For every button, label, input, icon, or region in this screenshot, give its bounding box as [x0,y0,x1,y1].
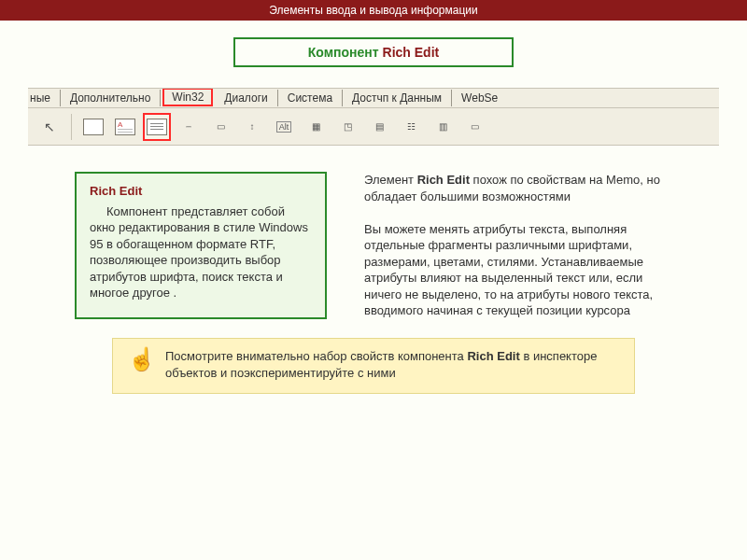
side-p1-name: Rich Edit [417,173,470,187]
palette-listview-icon[interactable]: ▥ [429,113,457,141]
palette-trackbar-icon[interactable]: ⎓ [175,113,203,141]
ide-palette-screenshot: ные Дополнительно Win32 Диалоги Система … [28,88,719,146]
tip-text: Посмотрите внимательно набор свойств ком… [165,348,619,382]
title-name: Rich Edit [383,45,440,60]
title-prefix: Компонент [308,45,383,60]
palette-treeview-icon[interactable]: ☷ [397,113,425,141]
palette-datetime-icon[interactable]: ◳ [333,113,361,141]
palette-animate-icon[interactable]: ▦ [302,113,330,141]
palette-richedit-icon[interactable] [143,113,171,141]
content-columns: Rich Edit Компонент представляет собой о… [75,172,710,319]
tab-dialogs[interactable]: Диалоги [215,90,277,106]
tab-data-access[interactable]: Достчп к Данным [343,90,452,106]
palette-pagecontrol-icon[interactable] [111,113,139,141]
tab-partial[interactable]: ные [28,90,61,106]
tab-system[interactable]: Система [278,90,343,106]
side-p1-a: Элемент [364,173,417,187]
description-box: Rich Edit Компонент представляет собой о… [75,172,327,319]
palette-cursor-icon[interactable]: ↖ [35,113,63,141]
palette-tabs: ные Дополнительно Win32 Диалоги Система … [28,88,719,108]
tab-additional[interactable]: Дополнительно [61,90,161,106]
side-p1: Элемент Rich Edit похож по свойствам на … [364,172,672,204]
tab-win32[interactable]: Win32 [162,88,213,106]
tip-box: ☝ Посмотрите внимательно набор свойств к… [112,338,635,394]
tip-name: Rich Edit [467,349,519,363]
palette-updown-icon[interactable]: ↕ [238,113,266,141]
palette-progressbar-icon[interactable]: ▭ [206,113,234,141]
palette-hotkey-icon[interactable]: Alt [270,113,298,141]
palette-row: ↖ ⎓ ▭ ↕ Alt ▦ ◳ ▤ ☷ ▥ ▭ [28,108,719,146]
pointing-hand-icon: ☝ [128,348,156,371]
tip-a: Посмотрите внимательно набор свойств ком… [165,349,467,363]
description-body: Компонент представляет собой окно редакт… [90,203,312,301]
palette-divider [71,114,72,140]
side-p2: Вы можете менять атрибуты текста, выполн… [364,221,672,319]
palette-tabcontrol-icon[interactable] [79,113,107,141]
palette-header-icon[interactable]: ▭ [460,113,488,141]
tab-webservices[interactable]: WebSe [452,90,507,106]
palette-month-icon[interactable]: ▤ [365,113,393,141]
description-heading: Rich Edit [90,183,312,200]
page-banner: Элементы ввода и вывода информации [0,0,747,21]
side-paragraphs: Элемент Rich Edit похож по свойствам на … [364,172,672,319]
component-title-box: Компонент Rich Edit [233,37,514,67]
